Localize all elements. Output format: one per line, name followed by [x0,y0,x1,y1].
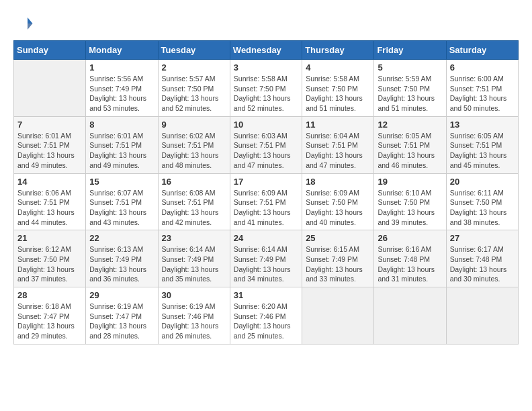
column-header-saturday: Saturday [446,41,518,60]
week-row-2: 7Sunrise: 6:01 AM Sunset: 7:51 PM Daylig… [14,116,519,173]
day-info: Sunrise: 6:05 AM Sunset: 7:51 PM Dayligh… [450,131,515,171]
day-cell: 20Sunrise: 6:11 AM Sunset: 7:50 PM Dayli… [446,173,518,230]
day-cell: 19Sunrise: 6:10 AM Sunset: 7:50 PM Dayli… [374,173,446,230]
day-number: 26 [378,233,442,243]
day-cell: 24Sunrise: 6:14 AM Sunset: 7:49 PM Dayli… [230,230,302,287]
day-number: 10 [234,120,298,130]
day-info: Sunrise: 6:17 AM Sunset: 7:48 PM Dayligh… [450,244,515,284]
day-info: Sunrise: 6:05 AM Sunset: 7:51 PM Dayligh… [378,131,442,171]
day-number: 22 [89,233,154,243]
day-cell: 17Sunrise: 6:09 AM Sunset: 7:51 PM Dayli… [230,173,302,230]
day-info: Sunrise: 6:06 AM Sunset: 7:51 PM Dayligh… [17,188,82,228]
day-cell: 9Sunrise: 6:02 AM Sunset: 7:51 PM Daylig… [158,116,230,173]
day-number: 12 [378,120,442,130]
day-cell: 22Sunrise: 6:13 AM Sunset: 7:49 PM Dayli… [86,230,158,287]
day-info: Sunrise: 6:19 AM Sunset: 7:46 PM Dayligh… [162,302,226,341]
day-cell: 21Sunrise: 6:12 AM Sunset: 7:50 PM Dayli… [14,230,86,287]
week-row-1: 1Sunrise: 5:56 AM Sunset: 7:49 PM Daylig… [14,60,519,117]
day-cell [374,287,446,345]
day-number: 19 [378,177,442,187]
day-cell: 25Sunrise: 6:15 AM Sunset: 7:49 PM Dayli… [302,230,374,287]
day-number: 6 [450,62,515,73]
day-info: Sunrise: 5:56 AM Sunset: 7:49 PM Dayligh… [89,74,154,113]
logo [13,13,36,34]
day-info: Sunrise: 6:15 AM Sunset: 7:49 PM Dayligh… [306,244,370,284]
week-row-5: 28Sunrise: 6:18 AM Sunset: 7:47 PM Dayli… [14,287,519,345]
day-cell [14,60,86,117]
week-row-4: 21Sunrise: 6:12 AM Sunset: 7:50 PM Dayli… [14,230,519,287]
day-cell: 1Sunrise: 5:56 AM Sunset: 7:49 PM Daylig… [86,60,158,117]
day-number: 27 [450,233,515,243]
day-cell: 6Sunrise: 6:00 AM Sunset: 7:51 PM Daylig… [446,60,518,117]
day-cell: 16Sunrise: 6:08 AM Sunset: 7:51 PM Dayli… [158,173,230,230]
day-number: 1 [89,62,154,73]
day-cell: 8Sunrise: 6:01 AM Sunset: 7:51 PM Daylig… [86,116,158,173]
day-number: 18 [306,177,370,187]
svg-marker-0 [28,17,33,24]
day-info: Sunrise: 6:02 AM Sunset: 7:51 PM Dayligh… [162,131,226,171]
day-info: Sunrise: 6:13 AM Sunset: 7:49 PM Dayligh… [89,244,154,284]
day-info: Sunrise: 6:14 AM Sunset: 7:49 PM Dayligh… [162,244,226,284]
column-header-sunday: Sunday [14,41,86,60]
day-cell [302,287,374,345]
svg-marker-1 [28,24,33,30]
day-number: 14 [17,177,82,187]
day-number: 29 [89,290,154,300]
calendar-table: SundayMondayTuesdayWednesdayThursdayFrid… [13,40,519,345]
day-number: 3 [234,62,298,73]
day-cell: 18Sunrise: 6:09 AM Sunset: 7:50 PM Dayli… [302,173,374,230]
day-number: 30 [162,290,226,300]
day-number: 17 [234,177,298,187]
header-row: SundayMondayTuesdayWednesdayThursdayFrid… [14,41,519,60]
day-info: Sunrise: 6:03 AM Sunset: 7:51 PM Dayligh… [234,131,298,171]
column-header-friday: Friday [374,41,446,60]
day-info: Sunrise: 6:09 AM Sunset: 7:51 PM Dayligh… [234,188,298,228]
day-info: Sunrise: 6:00 AM Sunset: 7:51 PM Dayligh… [450,74,515,113]
day-number: 4 [306,62,370,73]
day-info: Sunrise: 6:11 AM Sunset: 7:50 PM Dayligh… [450,188,515,228]
day-cell: 7Sunrise: 6:01 AM Sunset: 7:51 PM Daylig… [14,116,86,173]
day-cell: 13Sunrise: 6:05 AM Sunset: 7:51 PM Dayli… [446,116,518,173]
day-info: Sunrise: 6:09 AM Sunset: 7:50 PM Dayligh… [306,188,370,228]
day-number: 23 [162,233,226,243]
logo-icon [13,13,34,34]
day-info: Sunrise: 5:59 AM Sunset: 7:50 PM Dayligh… [378,74,442,113]
day-info: Sunrise: 6:19 AM Sunset: 7:47 PM Dayligh… [89,302,154,341]
day-info: Sunrise: 6:07 AM Sunset: 7:51 PM Dayligh… [89,188,154,228]
column-header-thursday: Thursday [302,41,374,60]
day-number: 20 [450,177,515,187]
day-number: 2 [162,62,226,73]
day-info: Sunrise: 6:12 AM Sunset: 7:50 PM Dayligh… [17,244,82,284]
day-info: Sunrise: 6:01 AM Sunset: 7:51 PM Dayligh… [17,131,82,171]
column-header-wednesday: Wednesday [230,41,302,60]
day-number: 13 [450,120,515,130]
day-info: Sunrise: 5:58 AM Sunset: 7:50 PM Dayligh… [234,74,298,113]
day-number: 16 [162,177,226,187]
day-info: Sunrise: 6:20 AM Sunset: 7:46 PM Dayligh… [234,302,298,341]
day-cell: 29Sunrise: 6:19 AM Sunset: 7:47 PM Dayli… [86,287,158,345]
day-info: Sunrise: 6:10 AM Sunset: 7:50 PM Dayligh… [378,188,442,228]
day-number: 11 [306,120,370,130]
week-row-3: 14Sunrise: 6:06 AM Sunset: 7:51 PM Dayli… [14,173,519,230]
day-info: Sunrise: 6:16 AM Sunset: 7:48 PM Dayligh… [378,244,442,284]
day-cell: 26Sunrise: 6:16 AM Sunset: 7:48 PM Dayli… [374,230,446,287]
day-number: 25 [306,233,370,243]
column-header-tuesday: Tuesday [158,41,230,60]
day-number: 5 [378,62,442,73]
day-cell: 5Sunrise: 5:59 AM Sunset: 7:50 PM Daylig… [374,60,446,117]
day-number: 7 [17,120,82,130]
day-info: Sunrise: 6:08 AM Sunset: 7:51 PM Dayligh… [162,188,226,228]
day-number: 21 [17,233,82,243]
day-info: Sunrise: 6:01 AM Sunset: 7:51 PM Dayligh… [89,131,154,171]
day-cell: 10Sunrise: 6:03 AM Sunset: 7:51 PM Dayli… [230,116,302,173]
day-cell: 28Sunrise: 6:18 AM Sunset: 7:47 PM Dayli… [14,287,86,345]
day-number: 8 [89,120,154,130]
page-header [13,13,519,34]
day-cell: 27Sunrise: 6:17 AM Sunset: 7:48 PM Dayli… [446,230,518,287]
day-cell: 11Sunrise: 6:04 AM Sunset: 7:51 PM Dayli… [302,116,374,173]
day-info: Sunrise: 6:04 AM Sunset: 7:51 PM Dayligh… [306,131,370,171]
day-number: 28 [17,290,82,300]
day-info: Sunrise: 6:14 AM Sunset: 7:49 PM Dayligh… [234,244,298,284]
day-number: 24 [234,233,298,243]
column-header-monday: Monday [86,41,158,60]
